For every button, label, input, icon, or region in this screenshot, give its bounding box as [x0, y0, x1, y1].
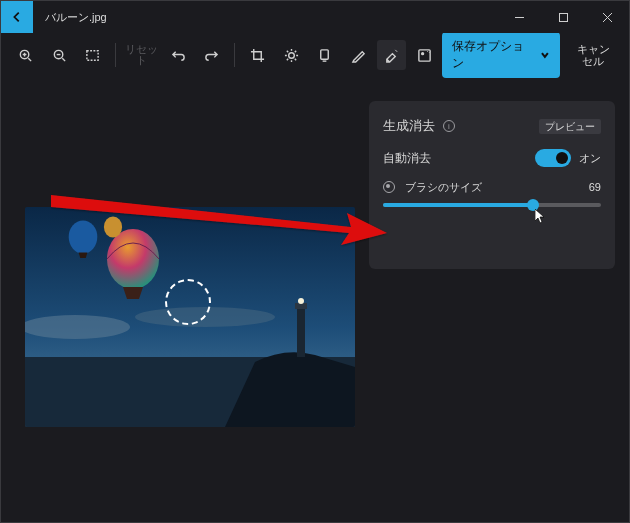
redo-button[interactable]	[197, 40, 226, 70]
toolbar: リセット 保存オプション キャンセル	[1, 33, 629, 77]
save-options-button[interactable]: 保存オプション	[442, 32, 560, 78]
svg-point-9	[25, 315, 130, 339]
svg-point-7	[422, 52, 424, 54]
svg-rect-3	[87, 50, 98, 59]
svg-point-4	[289, 52, 295, 58]
auto-erase-label: 自動消去	[383, 150, 431, 167]
markup-button[interactable]	[343, 40, 372, 70]
auto-erase-toggle[interactable]	[535, 149, 571, 167]
zoom-in-button[interactable]	[11, 40, 40, 70]
erase-tool-button[interactable]	[377, 40, 406, 70]
maximize-button[interactable]	[541, 1, 585, 33]
cursor-icon	[535, 209, 547, 225]
fit-screen-button[interactable]	[78, 40, 107, 70]
svg-point-17	[104, 217, 122, 238]
canvas-area	[1, 77, 369, 522]
brush-size-slider[interactable]	[383, 203, 601, 207]
info-icon[interactable]: i	[443, 120, 455, 132]
image-canvas[interactable]	[25, 207, 355, 427]
crop-button[interactable]	[243, 40, 272, 70]
back-button[interactable]	[1, 1, 33, 33]
undo-button[interactable]	[163, 40, 192, 70]
title-bar: バルーン.jpg	[1, 1, 629, 33]
minimize-button[interactable]	[497, 1, 541, 33]
background-button[interactable]	[410, 40, 439, 70]
svg-rect-12	[297, 307, 305, 357]
toggle-on-label: オン	[579, 151, 601, 166]
brush-size-label: ブラシのサイズ	[405, 181, 482, 193]
save-options-label: 保存オプション	[452, 38, 534, 72]
window-controls	[497, 1, 629, 33]
svg-point-15	[107, 229, 159, 289]
zoom-out-button[interactable]	[44, 40, 73, 70]
brush-size-value: 69	[589, 181, 601, 193]
panel-title: 生成消去	[383, 117, 435, 135]
close-button[interactable]	[585, 1, 629, 33]
svg-point-16	[69, 221, 98, 254]
editor-body: 生成消去 i プレビュー 自動消去 オン ブラシのサイズ 69	[1, 77, 629, 522]
brush-preview-circle	[165, 279, 211, 325]
adjustment-button[interactable]	[277, 40, 306, 70]
svg-rect-5	[321, 49, 329, 58]
erase-panel: 生成消去 i プレビュー 自動消去 オン ブラシのサイズ 69	[369, 101, 615, 269]
preview-button[interactable]: プレビュー	[539, 119, 601, 134]
file-title: バルーン.jpg	[45, 10, 107, 25]
svg-point-14	[298, 298, 304, 304]
svg-rect-6	[419, 49, 430, 60]
filter-button[interactable]	[310, 40, 339, 70]
slider-fill	[383, 203, 533, 207]
reset-button[interactable]: リセット	[122, 44, 161, 66]
svg-rect-0	[559, 13, 567, 21]
cancel-button[interactable]: キャンセル	[574, 43, 613, 67]
brush-size-icon	[383, 181, 395, 193]
app-window: バルーン.jpg リセット 保存オプション キャンセル	[0, 0, 630, 523]
